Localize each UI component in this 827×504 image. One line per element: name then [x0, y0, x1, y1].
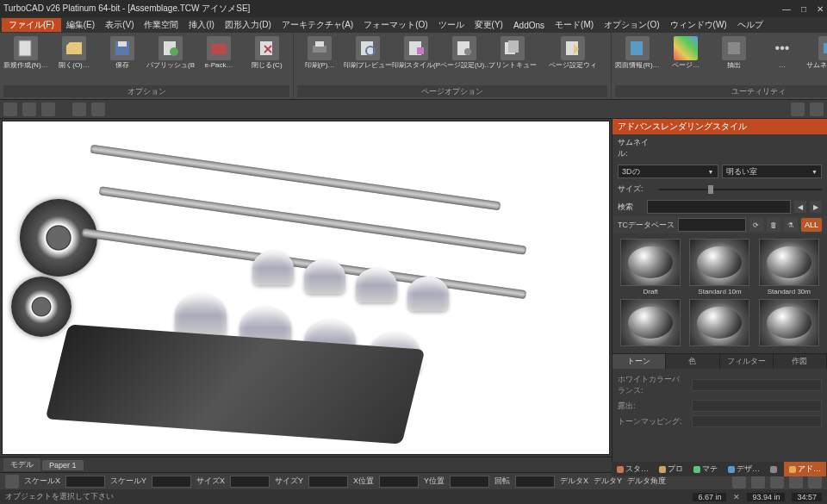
ruler-sizey-field[interactable]: [308, 476, 348, 488]
thumb-5[interactable]: [687, 299, 752, 348]
mtb-tool1[interactable]: [72, 103, 86, 116]
thumb-std10[interactable]: Standard 10m: [687, 239, 752, 296]
tab-model[interactable]: モデル: [3, 458, 40, 471]
btab-5[interactable]: [765, 462, 784, 476]
mtb-redo[interactable]: [41, 103, 55, 116]
ribbon: 新規作成(N)… 開く(O)… 保存 パブリッシュ(B)… e-Pack… 閉じ…: [0, 33, 827, 100]
ruler-rot-field[interactable]: [515, 476, 555, 488]
menu-edit[interactable]: 編集(E): [61, 19, 100, 31]
ruler-lock-icon[interactable]: [5, 475, 19, 488]
form-gain-label: 露出:: [618, 401, 687, 412]
ruler-sizex-field[interactable]: [230, 476, 270, 488]
mtb-right1[interactable]: [791, 103, 805, 116]
ribbon-page-wizard[interactable]: ページ設定ウィザード(W)…: [538, 34, 607, 72]
btab-mat[interactable]: マテ: [688, 462, 723, 476]
ribbon-page-setup[interactable]: ページ設定(U)…: [442, 34, 487, 72]
viewport[interactable]: [2, 121, 610, 455]
ribbon-print-preview[interactable]: 印刷プレビュー(V)…: [345, 34, 390, 72]
menu-insert[interactable]: 挿入(I): [183, 19, 219, 31]
ribbon-new[interactable]: 新規作成(N)…: [3, 34, 48, 72]
ruler-posx-field[interactable]: [379, 476, 419, 488]
form-tm-field[interactable]: [692, 415, 822, 427]
stab-tone[interactable]: トーン: [612, 354, 666, 369]
mtb-cursor[interactable]: [3, 103, 17, 116]
ruler-posy: Y位置: [424, 476, 445, 487]
dd-preset2[interactable]: 明るい室▼: [722, 165, 823, 178]
thumb-draft[interactable]: Draft: [618, 239, 683, 296]
status-y: 93.94 in: [747, 493, 785, 501]
ribbon-print-style[interactable]: 印刷スタイル(P)…: [394, 34, 438, 72]
search-input[interactable]: [647, 200, 791, 214]
ruler-sizey: サイズY: [275, 476, 303, 487]
ribbon-open[interactable]: 開く(O)…: [52, 34, 96, 72]
db-dropdown[interactable]: [678, 218, 746, 232]
menu-help[interactable]: ヘルプ: [732, 19, 768, 31]
menubar: ファイル(F) 編集(E) 表示(V) 作業空間 挿入(I) 図形入力(D) ア…: [0, 17, 827, 33]
ribbon-page[interactable]: ページ…: [663, 34, 708, 72]
mtb-undo[interactable]: [22, 103, 36, 116]
db-filter-icon[interactable]: ⚗: [784, 218, 798, 232]
form-gain-field[interactable]: [692, 400, 822, 412]
stab-filter[interactable]: フィルター: [720, 354, 774, 369]
menu-mode[interactable]: モード(M): [550, 19, 599, 31]
menu-file[interactable]: ファイル(F): [2, 18, 61, 32]
svg-rect-8: [315, 41, 324, 47]
mtb-tool2[interactable]: [91, 103, 105, 116]
ribbon-publish[interactable]: パブリッシュ(B)…: [148, 34, 193, 72]
form-wb-field[interactable]: [692, 379, 822, 391]
menu-modify[interactable]: 変更(Y): [469, 19, 508, 31]
btab-pro[interactable]: プロ: [654, 462, 688, 476]
size-slider[interactable]: [659, 184, 822, 195]
menu-window[interactable]: ウィンドウ(W): [665, 19, 732, 31]
ribbon-save-thumb[interactable]: サムネイル保存(N): [808, 34, 827, 72]
thumb-std30[interactable]: Standard 30m: [756, 239, 822, 296]
menu-format[interactable]: フォーマット(O): [358, 19, 432, 31]
tab-paper1[interactable]: Paper 1: [42, 460, 84, 470]
ribbon-print-queue[interactable]: プリントキュー(Q)…: [490, 34, 535, 72]
size-label: サイズ:: [618, 184, 656, 195]
close-button[interactable]: ✕: [817, 4, 824, 14]
db-all-button[interactable]: ALL: [801, 218, 822, 232]
thumb-6[interactable]: [756, 299, 822, 348]
btab-start[interactable]: スタ…: [612, 462, 654, 476]
stab-draw[interactable]: 作図: [774, 354, 827, 369]
dd-preset1[interactable]: 3Dの▼: [618, 165, 718, 178]
ribbon-close[interactable]: 閉じる(C): [245, 34, 289, 72]
menu-shape[interactable]: 図形入力(D): [220, 19, 277, 31]
btab-adv[interactable]: アド…: [784, 462, 826, 476]
ribbon-drawing-info[interactable]: 図面情報(R)…: [615, 34, 660, 72]
mtb-right2[interactable]: [810, 103, 824, 116]
btab-design[interactable]: デザ…: [723, 462, 765, 476]
ribbon-group-label-util: ユーティリティ: [615, 85, 827, 97]
ribbon-more[interactable]: •••…: [760, 34, 805, 72]
thumb-4[interactable]: [618, 299, 683, 348]
ruler-rot: 回転: [494, 476, 510, 487]
minimize-button[interactable]: —: [782, 4, 791, 14]
db-delete-icon[interactable]: 🗑: [767, 218, 780, 232]
menu-addons[interactable]: AddOns: [508, 21, 550, 30]
ribbon-epack[interactable]: e-Pack…: [196, 34, 241, 72]
ruler-scaley: スケールY: [110, 476, 146, 487]
stab-color[interactable]: 色: [666, 354, 719, 369]
ribbon-extract[interactable]: 抽出: [712, 34, 756, 72]
menu-workspace[interactable]: 作業空間: [139, 19, 183, 31]
ruler-posy-field[interactable]: [450, 476, 489, 488]
ruler-scalex-field[interactable]: [65, 476, 105, 488]
status-message: オブジェクトを選択して下さい: [5, 491, 114, 502]
menu-tools[interactable]: ツール: [433, 19, 469, 31]
menu-architecture[interactable]: アーキテクチャ(A): [277, 19, 358, 31]
maximize-button[interactable]: □: [801, 4, 806, 14]
menu-view[interactable]: 表示(V): [100, 19, 139, 31]
window-title: TurboCAD v26 Platinum 64-bit - [Assembla…: [3, 3, 250, 15]
titlebar: TurboCAD v26 Platinum 64-bit - [Assembla…: [0, 0, 827, 17]
svg-rect-19: [728, 42, 740, 54]
ribbon-save[interactable]: 保存: [100, 34, 145, 72]
form-tm-label: トーンマッピング:: [618, 416, 687, 427]
ribbon-print[interactable]: 印刷(P)…: [297, 34, 342, 72]
search-next[interactable]: ▶: [810, 201, 822, 213]
search-prev[interactable]: ◀: [794, 201, 806, 213]
menu-options[interactable]: オプション(O): [599, 19, 664, 31]
db-refresh-icon[interactable]: ⟳: [749, 218, 763, 232]
ruler-scaley-field[interactable]: [152, 476, 191, 488]
svg-rect-18: [631, 41, 643, 55]
